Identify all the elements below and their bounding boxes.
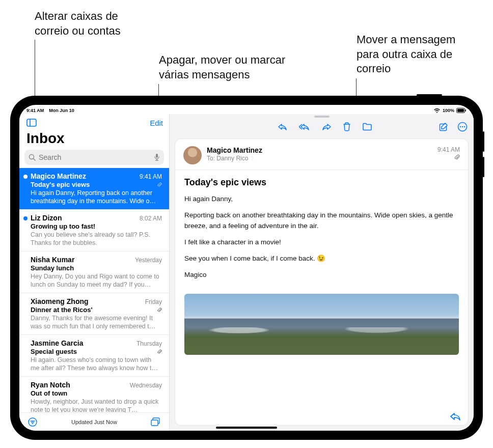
inbox-title: Inbox xyxy=(19,129,169,150)
body-paragraph: I felt like a character in a movie! xyxy=(184,237,459,247)
list-preview: Can you believe she's already so tall? P… xyxy=(31,231,162,247)
svg-rect-1 xyxy=(457,109,464,112)
body-paragraph: See you when I come back, if I come back… xyxy=(184,254,459,264)
list-subject: Dinner at the Ricos' xyxy=(31,306,93,314)
message-card: Magico Martinez To: Danny Rico 〉 9:41 AM xyxy=(175,138,469,426)
unread-dot xyxy=(23,175,28,179)
attachment-icon xyxy=(437,154,460,161)
status-right: 100% xyxy=(433,108,467,113)
list-time: 8:02 AM xyxy=(140,215,162,222)
list-sender: Xiaomeng Zhong xyxy=(31,297,89,305)
message-list-item[interactable]: Jasmine GarciaThursdaySpecial guestsHi a… xyxy=(19,335,169,377)
home-indicator[interactable] xyxy=(216,427,277,429)
body-paragraph: Hi again Danny, xyxy=(184,194,459,204)
battery-icon xyxy=(456,108,467,113)
status-bar: 9:41 AM Mon Jun 10 100% xyxy=(19,105,474,114)
edit-button[interactable]: Edit xyxy=(150,119,163,127)
message-list-item[interactable]: Magico Martinez9:41 AMToday's epic views… xyxy=(19,168,169,210)
sidebar-toolbar: Edit xyxy=(19,114,169,129)
reply-all-icon xyxy=(299,123,310,131)
app-content: Edit Inbox Magico Martinez9:41 AMToday's… xyxy=(19,114,474,431)
sidebar-toggle-button[interactable] xyxy=(25,117,38,129)
filter-icon xyxy=(28,417,37,427)
more-button[interactable] xyxy=(457,122,468,132)
message-list[interactable]: Magico Martinez9:41 AMToday's epic views… xyxy=(19,168,169,412)
message-time-block: 9:41 AM xyxy=(437,146,460,164)
move-button[interactable] xyxy=(362,123,372,131)
list-sender: Ryan Notch xyxy=(31,381,70,389)
message-list-item[interactable]: Liz Dizon8:02 AMGrowing up too fast!Can … xyxy=(19,210,169,251)
list-preview: Danny, Thanks for the awesome evening! I… xyxy=(31,314,162,330)
trash-icon xyxy=(343,122,351,131)
list-preview: Howdy, neighbor, Just wanted to drop a q… xyxy=(31,398,162,412)
callout-move: Mover a mensagem para outra caixa de cor… xyxy=(357,33,455,76)
folder-icon xyxy=(362,123,372,131)
hardware-button xyxy=(417,94,442,96)
to-name: Danny Rico xyxy=(216,155,248,162)
list-sender: Jasmine Garcia xyxy=(31,339,84,347)
to-field[interactable]: To: Danny Rico 〉 xyxy=(207,155,432,162)
reply-icon xyxy=(278,123,288,131)
svg-line-6 xyxy=(34,159,36,161)
callout-mailboxes: Alterar caixas de correio ou contas xyxy=(35,9,121,38)
message-time: 9:41 AM xyxy=(437,146,460,153)
list-time: Thursday xyxy=(136,340,162,347)
list-subject: Out of town xyxy=(31,389,67,397)
sender-avatar[interactable] xyxy=(183,146,202,164)
body-paragraph: Reporting back on another breathtaking d… xyxy=(184,210,459,231)
svg-rect-13 xyxy=(151,420,158,426)
svg-point-18 xyxy=(464,126,465,127)
ellipsis-circle-icon xyxy=(457,122,468,132)
status-left: 9:41 AM Mon Jun 10 xyxy=(26,108,74,113)
message-list-item[interactable]: Ryan NotchWednesdayOut of townHowdy, nei… xyxy=(19,377,169,412)
compose-button[interactable] xyxy=(439,122,448,131)
detail-toolbar xyxy=(170,118,474,135)
search-icon xyxy=(29,154,36,161)
grabber-handle[interactable] xyxy=(314,116,330,118)
stack-icon xyxy=(151,417,161,427)
list-time: Wednesday xyxy=(130,382,162,389)
list-subject: Growing up too fast! xyxy=(31,222,95,230)
attachment-icon xyxy=(157,307,162,313)
message-detail-pane: Magico Martinez To: Danny Rico 〉 9:41 AM xyxy=(169,114,474,431)
search-input[interactable] xyxy=(39,153,151,161)
wifi-icon xyxy=(433,108,441,113)
chevron-right-icon: 〉 xyxy=(251,156,256,161)
filter-button[interactable] xyxy=(26,416,39,428)
attachment-icon xyxy=(157,349,162,354)
status-date: Mon Jun 10 xyxy=(49,108,74,113)
reply-all-button[interactable] xyxy=(299,123,310,131)
sidebar-icon xyxy=(26,119,37,127)
message-subject: Today's epic views xyxy=(175,170,468,192)
hardware-button xyxy=(483,131,484,152)
svg-point-16 xyxy=(460,126,461,127)
forward-button[interactable] xyxy=(321,123,332,131)
message-image[interactable] xyxy=(184,294,459,355)
to-label: To: xyxy=(207,155,215,162)
message-list-item[interactable]: Nisha KumarYesterdaySunday lunchHey Dann… xyxy=(19,251,169,293)
compose-stack-button[interactable] xyxy=(150,416,162,428)
compose-icon xyxy=(439,122,448,131)
update-status: Updated Just Now xyxy=(39,419,150,425)
forward-icon xyxy=(321,123,332,131)
list-subject: Today's epic views xyxy=(31,181,90,188)
list-subject: Sunday lunch xyxy=(31,264,74,272)
svg-point-17 xyxy=(462,126,463,127)
message-list-item[interactable]: Xiaomeng ZhongFridayDinner at the Ricos'… xyxy=(19,293,169,335)
reply-button[interactable] xyxy=(278,123,288,131)
svg-rect-7 xyxy=(156,154,158,158)
battery-percent: 100% xyxy=(443,108,454,113)
sidebar-bottom-bar: Updated Just Now xyxy=(19,412,169,431)
from-name[interactable]: Magico Martinez xyxy=(207,146,432,154)
dictation-icon[interactable] xyxy=(154,153,160,161)
message-header: Magico Martinez To: Danny Rico 〉 9:41 AM xyxy=(175,139,468,170)
ipad-frame: 9:41 AM Mon Jun 10 100% Edit Inbox xyxy=(10,96,483,440)
trash-button[interactable] xyxy=(343,122,351,131)
list-subject: Special guests xyxy=(31,348,77,355)
hardware-button xyxy=(483,157,484,177)
list-time: Yesterday xyxy=(135,257,162,264)
search-field[interactable] xyxy=(24,150,164,165)
callout-edit: Apagar, mover ou marcar várias mensagens xyxy=(159,53,285,82)
quick-reply-button[interactable] xyxy=(450,412,461,421)
list-sender: Magico Martinez xyxy=(31,172,86,180)
